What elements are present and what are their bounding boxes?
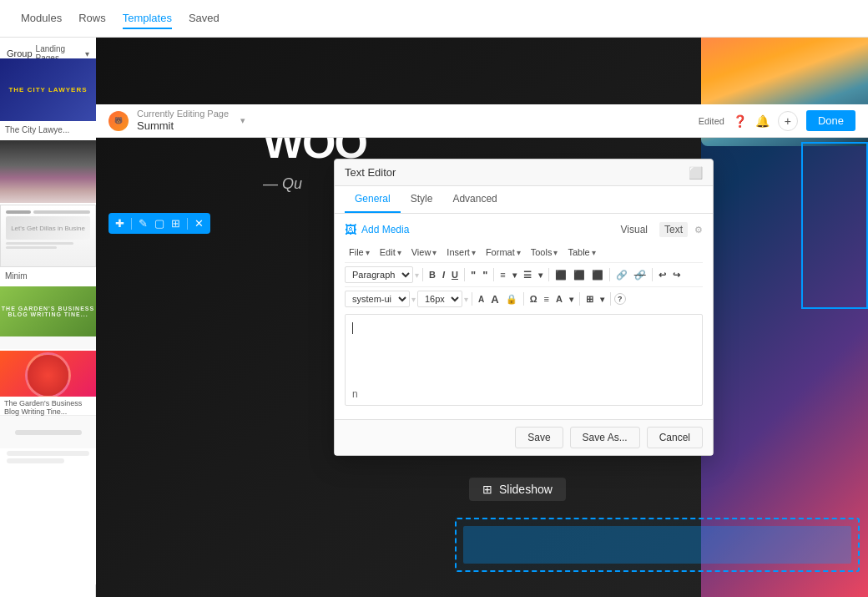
- hero-selection-border: [801, 142, 868, 309]
- menu-view[interactable]: View ▾: [407, 245, 442, 259]
- save-button[interactable]: Save: [515, 427, 563, 448]
- editing-label: Currently Editing Page: [137, 108, 229, 119]
- tab-modules[interactable]: Modules: [21, 8, 62, 29]
- bold-button[interactable]: B: [426, 268, 438, 281]
- font-size-down-button[interactable]: A: [476, 293, 487, 306]
- float-toolbar: ✚ ✎ ▢ ⊞ ✕: [108, 213, 210, 234]
- quote-button[interactable]: ": [468, 267, 478, 283]
- menu-format[interactable]: Format ▾: [482, 245, 525, 259]
- toolbar-divider-11: [579, 292, 580, 306]
- toolbar-divider-6: [548, 268, 549, 281]
- menu-table[interactable]: Table ▾: [563, 245, 599, 259]
- add-media-label: Add Media: [361, 224, 409, 235]
- modal-tab-bar: General Style Advanced: [335, 186, 713, 214]
- float-close-button[interactable]: ✕: [194, 217, 204, 230]
- tab-rows[interactable]: Rows: [78, 8, 106, 29]
- list-style-button[interactable]: ≡: [541, 292, 551, 306]
- cancel-button[interactable]: Cancel: [647, 427, 703, 448]
- help-button[interactable]: ?: [614, 293, 626, 305]
- menu-file[interactable]: File ▾: [345, 245, 374, 259]
- template-card-5[interactable]: The Garden's Business Blog Writing Tine.…: [0, 351, 96, 413]
- tab-general[interactable]: General: [345, 186, 401, 213]
- font-size-select[interactable]: 16px: [417, 291, 462, 307]
- link-button[interactable]: 🔗: [613, 268, 630, 282]
- tab-style[interactable]: Style: [401, 186, 443, 213]
- editing-page-name: Summit: [137, 119, 229, 134]
- float-add-tool[interactable]: ✚: [115, 217, 124, 230]
- toolbar-separator-1: ▾: [415, 271, 419, 280]
- card-1-label: The City Lawye...: [0, 121, 96, 139]
- slideshow-text: Slideshow: [499, 483, 553, 496]
- template-card-1[interactable]: THE CITY LAWYERS The City Lawye...: [0, 58, 96, 139]
- toolbar-divider-8: [652, 268, 653, 281]
- undo-button[interactable]: ↩: [656, 268, 669, 282]
- bullet-list-button[interactable]: ≡: [497, 268, 507, 281]
- chevron-down-icon: ▾: [85, 49, 89, 58]
- text-toggle[interactable]: Text: [659, 222, 688, 237]
- font-size-up-button[interactable]: A: [488, 291, 501, 307]
- menu-tools[interactable]: Tools ▾: [527, 245, 563, 259]
- align-left-button[interactable]: ⬛: [553, 268, 569, 282]
- numbered-list-button[interactable]: ☰: [521, 268, 534, 282]
- redo-button[interactable]: ↪: [670, 268, 683, 282]
- filter-group-label: Group: [7, 48, 33, 58]
- toolbar-divider-1: [131, 218, 132, 230]
- slideshow-placeholder[interactable]: [455, 518, 860, 572]
- bell-icon[interactable]: 🔔: [755, 114, 770, 128]
- toolbar-divider-4: [464, 268, 465, 281]
- format-clear-button[interactable]: 🔒: [503, 292, 520, 306]
- visual-text-toggle: Visual Text ⚙: [616, 222, 703, 237]
- editor-content-area[interactable]: n: [345, 314, 703, 406]
- highlight-button[interactable]: ▾: [567, 293, 576, 306]
- plus-button[interactable]: +: [778, 111, 798, 131]
- italic-button[interactable]: I: [440, 268, 447, 281]
- add-media-row: 🖼 Add Media Visual Text ⚙: [345, 222, 703, 237]
- numbered-list-2[interactable]: ▾: [536, 269, 545, 281]
- size-chevron: ▾: [464, 295, 468, 304]
- align-center-button[interactable]: ⬛: [571, 268, 588, 282]
- float-module-tool[interactable]: ▢: [154, 217, 164, 230]
- question-icon[interactable]: ❓: [733, 114, 747, 128]
- text-editor-modal: Text Editor ⬜ General Style Advanced 🖼 A…: [334, 159, 714, 456]
- float-grid-tool[interactable]: ⊞: [171, 217, 180, 230]
- chevron-down-icon[interactable]: ▾: [240, 115, 245, 126]
- template-card-2[interactable]: [0, 140, 96, 203]
- hero-sub-text: — Qu: [263, 175, 302, 193]
- menu-insert[interactable]: Insert ▾: [442, 245, 480, 259]
- toolbar-divider-2: [187, 218, 188, 230]
- float-edit-tool[interactable]: ✎: [139, 217, 148, 230]
- table-insert-button[interactable]: ⊞: [583, 292, 596, 306]
- visual-toggle[interactable]: Visual: [616, 222, 653, 237]
- editing-bar: 🐻 Currently Editing Page Summit ▾ Edited…: [96, 104, 868, 138]
- unlink-button[interactable]: 🔗: [632, 268, 648, 282]
- edited-label: Edited: [699, 116, 724, 126]
- tab-saved[interactable]: Saved: [189, 8, 220, 29]
- menu-edit[interactable]: Edit ▾: [376, 245, 406, 259]
- editor-font-toolbar: system-ui ▾ 16px ▾ A A 🔒 Ω ≡ A ▾ ⊞ ▾ ?: [345, 291, 703, 307]
- save-as-button[interactable]: Save As...: [570, 427, 640, 448]
- editor-format-toolbar: Paragraph ▾ B I U " " ≡ ▾ ☰ ▾ ⬛ ⬛ ⬛ 🔗 🔗 …: [345, 266, 703, 287]
- template-card-3[interactable]: Let's Get Dillas in Busine Minim: [0, 205, 96, 285]
- special-char-button[interactable]: Ω: [527, 292, 540, 306]
- modal-body: 🖼 Add Media Visual Text ⚙ File ▾ Edit ▾ …: [335, 214, 713, 419]
- modal-close-button[interactable]: ⬜: [689, 167, 703, 179]
- align-right-button[interactable]: ⬛: [589, 268, 606, 282]
- settings-icon[interactable]: ⚙: [694, 225, 703, 235]
- font-color-button[interactable]: A: [553, 292, 565, 306]
- table-button-2[interactable]: ▾: [598, 293, 607, 306]
- toolbar-divider-12: [610, 292, 611, 306]
- format-select[interactable]: Paragraph: [345, 266, 413, 283]
- underline-button[interactable]: U: [449, 268, 461, 281]
- add-media-icon: 🖼: [345, 223, 356, 236]
- editor-char-indicator: n: [352, 388, 358, 400]
- bullet-list-2[interactable]: ▾: [510, 269, 519, 281]
- card-3-label: Minim: [0, 267, 96, 285]
- add-media-button[interactable]: 🖼 Add Media: [345, 223, 409, 236]
- tab-templates[interactable]: Templates: [123, 8, 172, 29]
- modal-title: Text Editor: [345, 166, 396, 179]
- quote-button-2[interactable]: ": [480, 267, 490, 283]
- done-button[interactable]: Done: [806, 110, 855, 131]
- font-family-select[interactable]: system-ui: [345, 291, 410, 307]
- tab-advanced[interactable]: Advanced: [442, 186, 507, 213]
- template-card-4[interactable]: The Garden's Business Blog Writing Tine.…: [0, 286, 96, 349]
